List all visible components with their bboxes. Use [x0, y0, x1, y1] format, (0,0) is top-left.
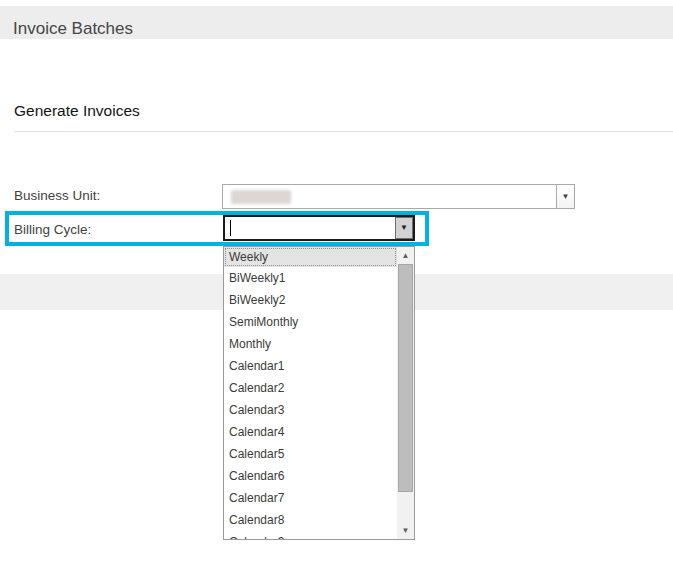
business-unit-label: Business Unit:	[14, 188, 100, 203]
text-caret	[230, 220, 231, 236]
chevron-down-icon: ▼	[562, 193, 570, 201]
chevron-down-icon: ▼	[400, 224, 408, 232]
list-item[interactable]: Calendar4	[224, 421, 397, 443]
billing-cycle-label: Billing Cycle:	[14, 222, 91, 237]
list-item[interactable]: Monthly	[224, 333, 397, 355]
scrollbar[interactable]: ▲ ▼	[397, 247, 414, 539]
section-divider	[14, 131, 673, 132]
page-title: Invoice Batches	[13, 12, 133, 45]
billing-cycle-dropdown-button[interactable]: ▼	[395, 217, 413, 239]
section-title: Generate Invoices	[14, 102, 140, 120]
page-header-band: Invoice Batches	[0, 6, 673, 39]
list-item[interactable]: BiWeekly2	[224, 289, 397, 311]
billing-cycle-dropdown-list: WeeklyBiWeekly1BiWeekly2SemiMonthlyMonth…	[223, 246, 415, 540]
list-item[interactable]: BiWeekly1	[224, 267, 397, 289]
scroll-down-button[interactable]: ▼	[397, 522, 414, 539]
scroll-down-icon: ▼	[402, 526, 410, 535]
list-item[interactable]: Calendar3	[224, 399, 397, 421]
list-item[interactable]: Calendar7	[224, 487, 397, 509]
list-item[interactable]: Calendar5	[224, 443, 397, 465]
list-item[interactable]: Calendar6	[224, 465, 397, 487]
list-item[interactable]: Calendar2	[224, 377, 397, 399]
list-item[interactable]: Calendar1	[224, 355, 397, 377]
list-item[interactable]: Weekly	[224, 247, 397, 267]
invoice-batches-page: Invoice Batches Generate Invoices Busine…	[0, 0, 673, 580]
scrollbar-thumb[interactable]	[398, 264, 413, 492]
list-item[interactable]: SemiMonthly	[224, 311, 397, 333]
business-unit-dropdown[interactable]: ▼	[222, 184, 575, 209]
list-item[interactable]: Calendar8	[224, 509, 397, 531]
business-unit-dropdown-button[interactable]: ▼	[556, 185, 574, 208]
redacted-value	[231, 190, 291, 204]
scroll-up-button[interactable]: ▲	[397, 247, 414, 264]
list-item[interactable]: Calendar9	[224, 531, 397, 540]
billing-cycle-combobox[interactable]: ▼	[223, 215, 415, 241]
scroll-up-icon: ▲	[402, 251, 410, 260]
dropdown-options: WeeklyBiWeekly1BiWeekly2SemiMonthlyMonth…	[224, 247, 397, 540]
